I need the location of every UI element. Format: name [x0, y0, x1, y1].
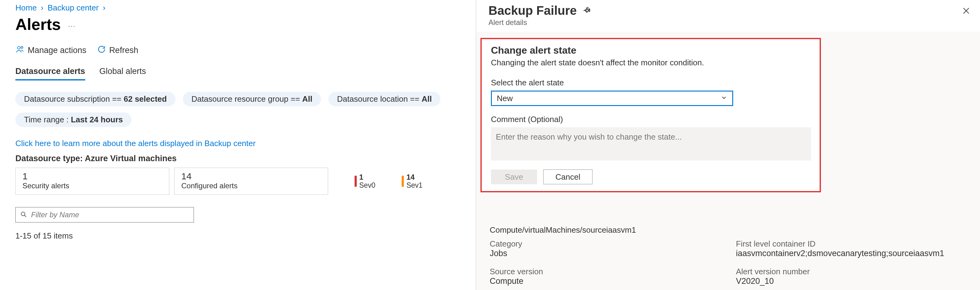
refresh-button[interactable]: Refresh	[97, 45, 138, 56]
alert-state-value: New	[497, 94, 513, 103]
filter-time-range-value: Last 24 hours	[71, 115, 123, 124]
sev1-bar-icon	[402, 176, 404, 187]
filter-location[interactable]: Datasource location == All	[328, 92, 441, 106]
filter-subscription-value: 62 selected	[124, 94, 167, 104]
sev0-label: Sev0	[359, 181, 375, 189]
category-value: Jobs	[490, 249, 736, 258]
change-alert-state-box: Change alert state Changing the alert st…	[480, 38, 821, 192]
pin-icon[interactable]	[583, 6, 591, 15]
filter-location-prefix: Datasource location ==	[337, 94, 422, 104]
comment-label: Comment (Optional)	[491, 115, 810, 124]
security-alerts-label: Security alerts	[22, 181, 162, 190]
refresh-icon	[97, 45, 106, 56]
panel-subtitle: Alert details	[488, 18, 968, 27]
alerts-main-pane: Home › Backup center › Alerts ··· Manage…	[0, 0, 474, 290]
change-state-description: Changing the alert state doesn't affect …	[491, 58, 810, 67]
tab-datasource-alerts[interactable]: Datasource alerts	[15, 67, 85, 80]
filter-row-2: Time range : Last 24 hours	[15, 112, 458, 127]
result-count: 1-15 of 15 items	[15, 231, 458, 241]
panel-title: Backup Failure	[488, 4, 577, 18]
tab-global-alerts[interactable]: Global alerts	[99, 67, 146, 80]
alert-details-panel: Backup Failure Alert details Change aler…	[476, 0, 980, 290]
svg-point-0	[18, 46, 20, 49]
svg-point-1	[21, 46, 23, 48]
alert-version-value: V2020_10	[736, 276, 970, 286]
refresh-label: Refresh	[109, 46, 138, 55]
panel-header: Backup Failure Alert details	[476, 0, 980, 32]
configured-alerts-count: 14	[181, 171, 321, 181]
filter-by-name-input-wrapper[interactable]	[15, 207, 194, 223]
chevron-down-icon	[721, 94, 727, 103]
filter-subscription-prefix: Datasource subscription ==	[24, 94, 124, 104]
breadcrumb-backup-center[interactable]: Backup center	[48, 3, 99, 12]
filter-subscription[interactable]: Datasource subscription == 62 selected	[15, 92, 175, 106]
filter-by-name-input[interactable]	[30, 210, 189, 220]
sev1-label: Sev1	[406, 181, 422, 189]
datasource-type-label: Datasource type: Azure Virtual machines	[15, 154, 458, 163]
alert-state-select[interactable]: New	[491, 91, 733, 106]
filter-resource-group[interactable]: Datasource resource group == All	[183, 92, 321, 106]
sev1-count: 14	[406, 173, 422, 181]
manage-actions-button[interactable]: Manage actions	[15, 45, 86, 56]
change-state-button-row: Save Cancel	[491, 170, 810, 184]
filter-row-1: Datasource subscription == 62 selected D…	[15, 92, 458, 106]
configured-alerts-card[interactable]: 14 Configured alerts	[174, 168, 328, 195]
sev0-count: 1	[359, 173, 375, 181]
summary-cards: 1 Security alerts 14 Configured alerts 1…	[15, 168, 458, 195]
select-state-label: Select the alert state	[491, 78, 810, 88]
more-menu-icon[interactable]: ···	[68, 22, 75, 30]
breadcrumb-separator: ›	[41, 3, 44, 12]
svg-line-3	[25, 215, 27, 217]
source-version-value: Compute	[490, 276, 736, 286]
save-button[interactable]: Save	[491, 170, 537, 184]
manage-actions-label: Manage actions	[28, 46, 86, 55]
panel-body: Change alert state Changing the alert st…	[476, 32, 980, 290]
container-id-value: iaasvmcontainerv2;dsmovecanarytesting;so…	[736, 249, 970, 258]
page-title-row: Alerts ···	[15, 15, 458, 34]
change-state-title: Change alert state	[491, 45, 810, 56]
page-title: Alerts	[15, 15, 60, 34]
breadcrumb-separator: ›	[103, 3, 106, 12]
filter-resource-group-value: All	[302, 94, 312, 104]
close-icon[interactable]	[961, 6, 971, 16]
learn-more-link[interactable]: Click here to learn more about the alert…	[15, 139, 256, 148]
search-icon	[20, 211, 27, 219]
alert-version-label: Alert version number	[736, 267, 970, 276]
filter-time-range-prefix: Time range :	[24, 115, 71, 124]
source-version-label: Source version	[490, 267, 736, 276]
sev1-indicator: 14 Sev1	[402, 173, 422, 189]
people-icon	[15, 45, 25, 56]
filter-location-value: All	[422, 94, 432, 104]
configured-alerts-label: Configured alerts	[181, 181, 321, 190]
tabs: Datasource alerts Global alerts	[15, 67, 458, 81]
svg-point-2	[21, 212, 25, 216]
resource-path-partial: Compute/virtualMachines/sourceiaasvm1	[490, 225, 970, 235]
security-alerts-count: 1	[22, 171, 162, 181]
breadcrumb-home[interactable]: Home	[15, 3, 37, 12]
breadcrumb: Home › Backup center ›	[15, 3, 458, 13]
filter-time-range[interactable]: Time range : Last 24 hours	[15, 112, 131, 127]
cancel-button[interactable]: Cancel	[543, 170, 592, 184]
alert-details-grid: Compute/virtualMachines/sourceiaasvm1 Ca…	[490, 225, 970, 290]
container-id-label: First level container ID	[736, 239, 970, 249]
sev0-indicator: 1 Sev0	[355, 173, 375, 189]
toolbar: Manage actions Refresh	[15, 45, 458, 56]
sev0-bar-icon	[355, 176, 357, 187]
security-alerts-card[interactable]: 1 Security alerts	[15, 168, 169, 195]
filter-resource-group-prefix: Datasource resource group ==	[191, 94, 302, 104]
comment-textarea[interactable]	[491, 127, 811, 160]
category-label: Category	[490, 239, 736, 249]
